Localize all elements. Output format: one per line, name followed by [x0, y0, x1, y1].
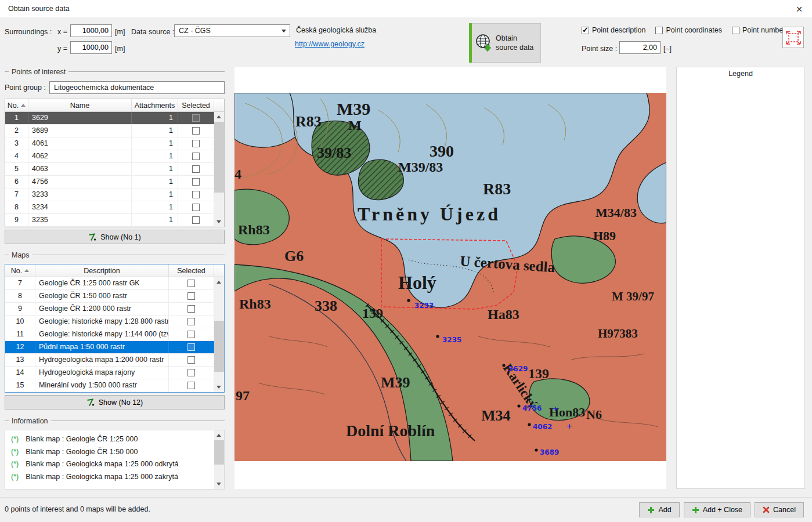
- col-header-selected[interactable]: Selected: [169, 264, 214, 277]
- row-checkbox[interactable]: [192, 165, 200, 173]
- row-checkbox[interactable]: [187, 382, 195, 389]
- map-label: Rh83: [239, 296, 271, 311]
- y-input[interactable]: [70, 41, 112, 54]
- point-row[interactable]: 732331: [5, 188, 214, 201]
- map-row[interactable]: 8Geologie ČR 1:50 000 rastr: [5, 290, 214, 303]
- toolbar: Surroundings : x = [m] y = [m] Data sour…: [0, 17, 812, 67]
- show-map-button[interactable]: Show (No 12): [5, 395, 225, 409]
- map-row[interactable]: 11Geologie: historické mapy 1:144 000 (t…: [5, 328, 214, 341]
- row-checkbox[interactable]: [192, 204, 200, 211]
- col-header-attachments[interactable]: Attachments: [132, 99, 178, 111]
- map-row[interactable]: 14Hydrogeologická mapa rajony: [5, 367, 214, 379]
- point-group-dropdown[interactable]: Litogeochemická dokumentace: [49, 81, 225, 94]
- add-button[interactable]: Add: [639, 502, 679, 517]
- row-checkbox[interactable]: [187, 369, 195, 376]
- row-checkbox[interactable]: [187, 305, 195, 313]
- row-checkbox[interactable]: [187, 280, 195, 287]
- information-section-title: Information: [12, 417, 48, 425]
- map-row[interactable]: 13Hydrogeologická mapa 1:200 000 rastr: [5, 354, 214, 367]
- row-checkbox[interactable]: [192, 178, 200, 186]
- add-close-button[interactable]: Add + Close: [684, 502, 750, 517]
- row-checkbox[interactable]: [192, 114, 200, 122]
- checkbox-point-description[interactable]: Point description: [582, 26, 645, 34]
- cancel-button-label: Cancel: [773, 506, 796, 514]
- obtain-source-data-button[interactable]: Obtain source data: [469, 23, 541, 63]
- points-scrollbar[interactable]: [214, 112, 224, 227]
- data-source-dropdown[interactable]: CZ - ČGS: [174, 24, 290, 37]
- points-table-header: No. Name Attachments Selected: [5, 99, 224, 112]
- chevron-down-icon: [282, 30, 286, 32]
- map-panel: M39R83M39/83390M39/83R83M34/83H89Trněny …: [234, 67, 666, 489]
- obtain-button-label-2: source data: [496, 43, 533, 52]
- point-label: +: [566, 422, 572, 430]
- point-row[interactable]: 832341: [5, 201, 214, 214]
- x-label: x =: [57, 27, 67, 37]
- scroll-down-icon[interactable]: [214, 217, 224, 227]
- point-row[interactable]: 340611: [5, 137, 214, 150]
- row-checkbox[interactable]: [187, 292, 195, 300]
- scroll-up-icon[interactable]: [214, 430, 224, 440]
- map-label: M39: [337, 99, 370, 118]
- scrollbar-thumb[interactable]: [214, 440, 224, 465]
- info-scrollbar[interactable]: [214, 430, 224, 489]
- maps-scrollbar[interactable]: [214, 277, 224, 392]
- row-checkbox[interactable]: [192, 153, 200, 160]
- row-checkbox[interactable]: [192, 127, 200, 135]
- row-checkbox[interactable]: [187, 331, 195, 338]
- col-header-name[interactable]: Name: [28, 99, 132, 111]
- checkbox-point-coordinates[interactable]: Point coordinates: [655, 26, 722, 34]
- row-checkbox[interactable]: [192, 216, 200, 224]
- globe-download-icon: [475, 34, 492, 52]
- point-row[interactable]: 136291: [5, 112, 214, 125]
- point-size-input[interactable]: [619, 41, 661, 54]
- scroll-up-icon[interactable]: [214, 277, 224, 287]
- point-row[interactable]: 647561: [5, 176, 214, 188]
- row-checkbox[interactable]: [192, 191, 200, 198]
- map-row[interactable]: 7Geologie ČR 1:25 000 rastr GK: [5, 277, 214, 290]
- zoom-extent-button[interactable]: [782, 27, 804, 48]
- display-options: Point descriptionPoint coordinatesPoint …: [582, 26, 785, 34]
- map-row[interactable]: 9Geologie ČR 1:200 000 rastr: [5, 303, 214, 316]
- col-header-no[interactable]: No.: [5, 264, 35, 277]
- col-header-spacer: [214, 264, 224, 277]
- show-point-button[interactable]: Show (No 1): [5, 230, 225, 244]
- point-row[interactable]: 932351: [5, 214, 214, 227]
- information-box: (*)Blank map : Geologie ČR 1:25 000(*)Bl…: [5, 430, 225, 490]
- map-label: 139: [528, 366, 549, 381]
- map-label: 97: [236, 388, 250, 403]
- info-item: (*)Blank map : Geologie ČR 1:50 000: [11, 446, 211, 459]
- col-header-description[interactable]: Description: [35, 264, 169, 277]
- checkbox-point-number[interactable]: Point number: [732, 26, 785, 34]
- geological-map[interactable]: M39R83M39/83390M39/83R83M34/83H89Trněny …: [234, 93, 666, 461]
- scroll-down-icon[interactable]: [214, 479, 224, 489]
- row-checkbox[interactable]: [187, 343, 195, 351]
- map-label: Dolní Roblín: [346, 422, 435, 440]
- point-row[interactable]: 540631: [5, 163, 214, 176]
- row-checkbox[interactable]: [187, 318, 195, 325]
- row-checkbox[interactable]: [187, 356, 195, 364]
- point-row[interactable]: 236891: [5, 125, 214, 137]
- col-header-no[interactable]: No.: [5, 99, 28, 111]
- map-row[interactable]: 15Minerální vody 1:500 000 rastr: [5, 379, 214, 392]
- footer-bar: 0 points of interest and 0 maps will be …: [0, 497, 812, 522]
- dialog-titlebar: Obtain source data ✕: [0, 0, 812, 17]
- scrollbar-thumb[interactable]: [214, 122, 224, 193]
- map-row[interactable]: 12Půdní mapa 1:50 000 rastr: [5, 341, 214, 354]
- close-icon[interactable]: ✕: [793, 3, 805, 15]
- show-icon: [86, 398, 95, 407]
- source-url-link[interactable]: http://www.geology.cz: [295, 39, 365, 49]
- show-icon: [88, 233, 96, 241]
- scroll-up-icon[interactable]: [214, 112, 224, 122]
- map-label: M34/83: [596, 205, 637, 220]
- scrollbar-thumb[interactable]: [214, 321, 224, 372]
- x-input[interactable]: [70, 24, 112, 37]
- checkbox-box[interactable]: [732, 27, 739, 34]
- checkbox-box[interactable]: [655, 27, 663, 34]
- row-checkbox[interactable]: [192, 140, 200, 147]
- col-header-selected[interactable]: Selected: [178, 99, 214, 111]
- checkbox-box[interactable]: [582, 27, 589, 34]
- point-row[interactable]: 440621: [5, 150, 214, 163]
- cancel-button[interactable]: Cancel: [755, 502, 804, 517]
- map-row[interactable]: 10Geologie: historické mapy 1:28 800 ras…: [5, 316, 214, 328]
- scroll-down-icon[interactable]: [214, 382, 224, 392]
